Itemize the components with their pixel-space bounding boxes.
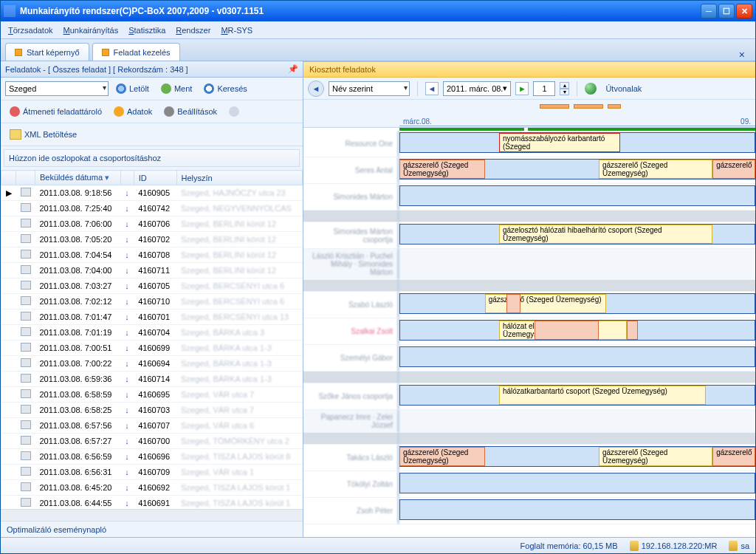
globe-icon <box>585 83 597 95</box>
table-row[interactable]: 2011.03.08. 7:00:22↓4160694Szeged, BÁRKA… <box>1 356 303 372</box>
table-row[interactable]: 2011.03.08. 7:04:54↓4160708Szeged, BERLI… <box>1 247 303 263</box>
table-row[interactable]: 2011.03.08. 6:58:25↓4160703Szeged, VÁR u… <box>1 403 303 418</box>
table-row[interactable]: ▶2011.03.08. 9:18:56↓4160905Szeged, HAJN… <box>1 185 303 201</box>
pin-icon[interactable]: 📌 <box>288 64 298 74</box>
tasks-panel: Feladatok - [ Összes feladat ] [ Rekords… <box>1 61 303 537</box>
tasks-toolbar-2: Átmeneti feladattároló Adatok Beállításo… <box>1 100 303 123</box>
tasks-toolbar-1: Szeged Letölt Ment Keresés <box>1 78 303 100</box>
table-row[interactable]: 2011.03.08. 7:06:00↓4160706Szeged, BERLI… <box>1 216 303 232</box>
app-icon <box>4 5 16 17</box>
ment-button[interactable]: Ment <box>157 81 196 97</box>
menu-mrsys[interactable]: MR-SYS <box>221 26 252 35</box>
titlebar: Munkairányító rendszer(C)PC-BoX 2007,200… <box>1 1 755 21</box>
save-icon <box>161 83 171 94</box>
table-row[interactable]: 2011.03.08. 7:02:12↓4160710Szeged, BERCS… <box>1 294 303 310</box>
close-button[interactable]: ✕ <box>736 4 752 18</box>
app-window: Munkairányító rendszer(C)PC-BoX 2007,200… <box>0 0 756 554</box>
col-loc[interactable]: Helyszín <box>176 171 302 185</box>
back-button[interactable]: ◄ <box>308 81 324 97</box>
table-row[interactable]: 2011.03.08. 6:57:56↓4160707Szeged, VÁR u… <box>1 418 303 434</box>
table-row[interactable]: 2011.03.08. 6:57:27↓4160700Szeged, TÖMÖR… <box>1 434 303 449</box>
bin-icon <box>10 106 20 117</box>
atmeneti-button[interactable]: Átmeneti feladattároló <box>5 103 106 120</box>
table-row[interactable]: 2011.03.08. 7:05:20↓4160702Szeged, BERLI… <box>1 232 303 247</box>
kereses-button[interactable]: Keresés <box>199 81 251 97</box>
status-memory: Foglalt memória: 60,15 MB <box>520 541 618 550</box>
table-row[interactable]: 2011.03.08. 7:01:47↓4160701Szeged, BERCS… <box>1 310 303 325</box>
table-row[interactable]: 2011.03.08. 6:44:55↓4160691Szeged, TISZA… <box>1 496 303 510</box>
table-row[interactable]: 2011.03.08. 6:56:31↓4160709Szeged, VÁR u… <box>1 465 303 480</box>
tab-start[interactable]: Start képernyő <box>5 43 89 61</box>
table-row[interactable]: 2011.03.08. 6:45:20↓4160692Szeged, TISZA… <box>1 480 303 496</box>
location-combo[interactable]: Szeged <box>5 81 109 96</box>
schedule-panel: Kiosztott feladatok ◄ Név szerint ◄ 2011… <box>303 61 755 537</box>
table-row[interactable]: 2011.03.08. 7:01:19↓4160704Szeged, BÁRKA… <box>1 325 303 341</box>
grid-hscroll[interactable] <box>1 509 303 521</box>
date-picker[interactable]: 2011. márc. 08. ▾ <box>443 81 511 96</box>
menu-rendszer[interactable]: Rendszer <box>176 26 210 35</box>
window-title: Munkairányító rendszer(C)PC-BoX 2007,200… <box>20 6 701 16</box>
search-icon <box>204 83 214 94</box>
document-tabs: Start képernyő Feladat kezelés × <box>1 39 755 61</box>
menu-munkairanyitas[interactable]: Munkairányítás <box>63 26 119 35</box>
maximize-button[interactable]: ☐ <box>718 4 735 18</box>
mail-button[interactable] <box>224 103 244 120</box>
tasks-grid[interactable]: Beküldés dátuma ▾ ID Helyszín ▶2011.03.0… <box>1 170 303 509</box>
beallitasok-button[interactable]: Beállítások <box>159 103 221 120</box>
menubar: Törzsadatok Munkairányítás Statisztika R… <box>1 21 755 39</box>
days-input[interactable] <box>533 81 555 96</box>
adatok-button[interactable]: Adatok <box>109 103 157 120</box>
table-row[interactable]: 2011.03.08. 7:25:40↓4160742Szeged, NEGYV… <box>1 201 303 216</box>
statusbar: Foglalt memória: 60,15 MB 192.168.128.22… <box>1 537 755 553</box>
days-down[interactable]: ▼ <box>560 89 569 95</box>
table-row[interactable]: 2011.03.08. 6:56:59↓4160696Szeged, TISZA… <box>1 449 303 465</box>
group-by-bar[interactable]: Húzzon ide oszlopokat a csoportosításhoz <box>4 149 300 167</box>
table-row[interactable]: 2011.03.08. 6:58:59↓4160695Szeged, VÁR u… <box>1 387 303 403</box>
gantt-timescale: márc.08. 09. <box>303 100 755 128</box>
table-row[interactable]: 2011.03.08. 7:00:51↓4160699Szeged, BÁRKA… <box>1 341 303 356</box>
optimizer-log-link[interactable]: Optimalizáló eseménynapló <box>7 525 106 534</box>
download-icon <box>116 83 126 94</box>
gantt-chart[interactable]: márc.08. 09. Resource Onenyomásszabályoz… <box>303 100 755 537</box>
tab-icon <box>15 49 22 56</box>
routes-button[interactable]: Útvonalak <box>601 81 646 97</box>
letolt-button[interactable]: Letölt <box>111 81 154 97</box>
menu-statisztika[interactable]: Statisztika <box>128 26 165 35</box>
menu-torzsadatok[interactable]: Törzsadatok <box>8 26 53 35</box>
tasks-toolbar-3: XML Betöltése <box>1 123 303 146</box>
schedule-toolbar: ◄ Név szerint ◄ 2011. márc. 08. ▾ ► ▲ ▼ … <box>303 78 755 100</box>
status-server: 192.168.128.220:MR <box>642 541 718 550</box>
days-up[interactable]: ▲ <box>560 82 569 89</box>
col-id[interactable]: ID <box>134 171 176 185</box>
folder-icon <box>10 129 21 140</box>
user-icon <box>729 541 738 551</box>
table-row[interactable]: 2011.03.08. 7:04:00↓4160711Szeged, BERLI… <box>1 263 303 278</box>
minimize-button[interactable]: ─ <box>701 4 717 18</box>
tab-feladat[interactable]: Feladat kezelés <box>92 43 180 61</box>
tab-icon <box>102 49 109 56</box>
table-row[interactable]: 2011.03.08. 6:59:36↓4160714Szeged, BÁRKA… <box>1 372 303 387</box>
status-user: sa <box>740 541 749 550</box>
date-prev-button[interactable]: ◄ <box>425 82 439 95</box>
mail-icon <box>229 106 239 117</box>
gear-icon <box>164 106 174 117</box>
data-icon <box>114 106 124 117</box>
table-row[interactable]: 2011.03.08. 7:03:27↓4160705Szeged, BERCS… <box>1 278 303 294</box>
tasks-panel-header: Feladatok - [ Összes feladat ] [ Rekords… <box>1 61 303 78</box>
date-next-button[interactable]: ► <box>515 82 529 95</box>
tab-close-button[interactable]: × <box>733 49 751 61</box>
schedule-header: Kiosztott feladatok <box>303 61 755 78</box>
col-date[interactable]: Beküldés dátuma ▾ <box>35 171 121 185</box>
sort-combo[interactable]: Név szerint <box>329 81 410 96</box>
xml-button[interactable]: XML Betöltése <box>5 126 81 143</box>
server-icon <box>630 541 639 551</box>
